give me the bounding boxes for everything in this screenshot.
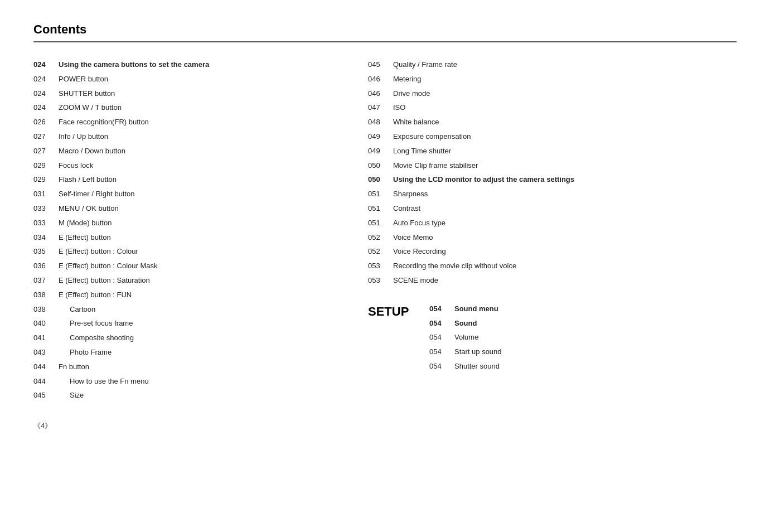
toc-entry: 041Composite shooting bbox=[33, 332, 340, 344]
page-number: 054 bbox=[429, 361, 454, 373]
toc-entry: 044Fn button bbox=[33, 361, 340, 373]
page-number: 026 bbox=[33, 117, 59, 128]
page-number: 027 bbox=[33, 131, 59, 143]
toc-entry: 046Drive mode bbox=[368, 88, 737, 100]
page-number: 029 bbox=[33, 160, 59, 172]
toc-entry: 038Cartoon bbox=[33, 304, 340, 316]
toc-entry: 029Flash / Left button bbox=[33, 174, 340, 186]
toc-entry: 050Using the LCD monitor to adjust the c… bbox=[368, 174, 737, 186]
page-number: 033 bbox=[33, 217, 59, 229]
entry-text: E (Effect) button bbox=[59, 232, 111, 244]
page-number: 051 bbox=[368, 217, 393, 229]
toc-entry: 029Focus lock bbox=[33, 160, 340, 172]
page-number: 049 bbox=[368, 131, 393, 143]
entry-text: E (Effect) button : Colour Mask bbox=[59, 260, 158, 272]
page-number: 035 bbox=[33, 246, 59, 258]
page-number: 051 bbox=[368, 188, 393, 200]
entry-text: Drive mode bbox=[393, 88, 430, 100]
toc-entry: 024SHUTTER button bbox=[33, 88, 340, 100]
toc-entry: 040Pre-set focus frame bbox=[33, 318, 340, 330]
page-number: 045 bbox=[368, 59, 393, 71]
entry-text: Sound bbox=[454, 318, 477, 330]
entry-text: Voice Recording bbox=[393, 246, 446, 258]
entry-text: Macro / Down button bbox=[59, 146, 125, 157]
toc-entry: 027Macro / Down button bbox=[33, 146, 340, 157]
toc-entry: 052Voice Recording bbox=[368, 246, 737, 258]
page-number: 027 bbox=[33, 146, 59, 157]
toc-entry: 024POWER button bbox=[33, 74, 340, 85]
entry-text: Cartoon bbox=[59, 304, 95, 316]
toc-entry: 051Contrast bbox=[368, 203, 737, 215]
toc-entry: 033M (Mode) button bbox=[33, 217, 340, 229]
page-number: 033 bbox=[33, 203, 59, 215]
entry-text: Self-timer / Right button bbox=[59, 188, 135, 200]
page-number: 051 bbox=[368, 203, 393, 215]
entry-text: Exposure compensation bbox=[393, 131, 471, 143]
page-number: 037 bbox=[33, 275, 59, 287]
entry-text: POWER button bbox=[59, 74, 108, 85]
entry-text: Face recognition(FR) button bbox=[59, 117, 149, 128]
entry-text: ZOOM W / T button bbox=[59, 102, 122, 114]
entry-text: E (Effect) button : Colour bbox=[59, 246, 138, 258]
page-number: 050 bbox=[368, 174, 393, 186]
entry-text: Voice Memo bbox=[393, 232, 433, 244]
toc-entry: 053SCENE mode bbox=[368, 275, 737, 287]
toc-entry: 054Sound bbox=[429, 318, 737, 330]
toc-entry: 035E (Effect) button : Colour bbox=[33, 246, 340, 258]
entry-text: Sound menu bbox=[454, 303, 498, 315]
page-number: 024 bbox=[33, 102, 59, 114]
page-title: Contents bbox=[33, 22, 86, 36]
page-number: 024 bbox=[33, 74, 59, 85]
entry-text: ISO bbox=[393, 102, 405, 114]
entry-text: Focus lock bbox=[59, 160, 93, 172]
page-number: 046 bbox=[368, 74, 393, 85]
entry-text: Recording the movie clip without voice bbox=[393, 260, 516, 272]
toc-entry: 051Auto Focus type bbox=[368, 217, 737, 229]
setup-label: SETUP bbox=[368, 304, 409, 319]
page-number: 053 bbox=[368, 275, 393, 287]
page-number: 044 bbox=[33, 376, 59, 388]
toc-entry: 031Self-timer / Right button bbox=[33, 188, 340, 200]
toc-entry: 050Movie Clip frame stabiliser bbox=[368, 160, 737, 172]
toc-entry: 048White balance bbox=[368, 117, 737, 128]
toc-entry: 037E (Effect) button : Saturation bbox=[33, 275, 340, 287]
toc-entry: 024ZOOM W / T button bbox=[33, 102, 340, 114]
entry-text: M (Mode) button bbox=[59, 217, 112, 229]
left-column: 024Using the camera buttons to set the c… bbox=[33, 59, 357, 404]
page-number: 048 bbox=[368, 117, 393, 128]
entry-text: Volume bbox=[454, 332, 478, 344]
right-column: 045Quality / Frame rate046Metering046Dri… bbox=[357, 59, 737, 404]
page-number: 024 bbox=[33, 88, 59, 100]
toc-entry: 034E (Effect) button bbox=[33, 232, 340, 244]
toc-entry: 038E (Effect) button : FUN bbox=[33, 289, 340, 301]
toc-entry: 044How to use the Fn menu bbox=[33, 376, 340, 388]
entry-text: Long Time shutter bbox=[393, 146, 451, 157]
page-number: 031 bbox=[33, 188, 59, 200]
page-number: 029 bbox=[33, 174, 59, 186]
toc-entry: 049Long Time shutter bbox=[368, 146, 737, 157]
entry-text: Fn button bbox=[59, 361, 89, 373]
page-number: 054 bbox=[429, 318, 454, 330]
entry-text: Sharpness bbox=[393, 188, 428, 200]
toc-entry: 054Sound menu bbox=[429, 303, 737, 315]
page-number: 040 bbox=[33, 318, 59, 330]
page-number: 044 bbox=[33, 361, 59, 373]
toc-entry: 026Face recognition(FR) button bbox=[33, 117, 340, 128]
content-area: 024Using the camera buttons to set the c… bbox=[33, 59, 737, 404]
page-number: 038 bbox=[33, 304, 59, 316]
page-number: 024 bbox=[33, 59, 59, 71]
toc-entry: 054Shutter sound bbox=[429, 361, 737, 373]
page-number: 043 bbox=[33, 347, 59, 359]
entry-text: Flash / Left button bbox=[59, 174, 117, 186]
toc-entry: 049Exposure compensation bbox=[368, 131, 737, 143]
entry-text: Composite shooting bbox=[59, 332, 134, 344]
page-number: 049 bbox=[368, 146, 393, 157]
entry-text: Contrast bbox=[393, 203, 420, 215]
toc-entry: 053Recording the movie clip without voic… bbox=[368, 260, 737, 272]
footer: 《4》 bbox=[33, 421, 737, 431]
setup-section: SETUP 054Sound menu054Sound054Volume054S… bbox=[368, 303, 737, 375]
entry-text: E (Effect) button : Saturation bbox=[59, 275, 150, 287]
page-number: 041 bbox=[33, 332, 59, 344]
entry-text: Movie Clip frame stabiliser bbox=[393, 160, 478, 172]
page-number: 047 bbox=[368, 102, 393, 114]
